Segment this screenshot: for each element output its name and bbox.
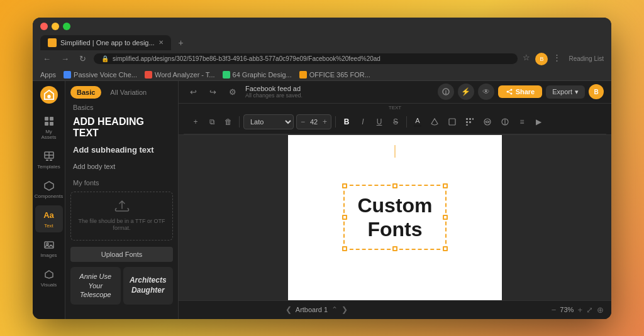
sidebar-icons: My Assets Templates Components Aa Text [33,81,65,319]
fx-button[interactable] [480,114,495,129]
refresh-button[interactable]: ↻ [77,53,89,65]
strikethrough-button[interactable]: S [389,114,402,129]
lightning-button[interactable]: ⚡ [458,84,474,100]
font-card-annie[interactable]: Annie UseYour Telescope [70,267,121,305]
artboard-up-arrow[interactable]: ⌃ [331,305,338,314]
add-body-text[interactable]: Add body text [65,158,178,174]
share-button[interactable]: Share [498,85,543,98]
settings-button[interactable]: ⚙ [225,85,240,99]
zoom-in-button[interactable]: + [577,305,582,315]
tab-close-icon[interactable]: ✕ [158,39,164,46]
fill-button[interactable] [427,114,442,129]
svg-rect-23 [466,118,468,120]
increase-size-button[interactable]: + [321,117,328,126]
text-box[interactable]: Custom Fonts [343,185,446,251]
bookmark-passive[interactable]: Passive Voice Che... [64,71,137,79]
bookmark-office[interactable]: OFFICE 365 FOR... [299,71,370,79]
handle-left[interactable] [342,215,347,220]
office-favicon [299,71,307,79]
bookmark-apps[interactable]: Apps [40,71,56,79]
more-button[interactable]: ▶ [531,114,545,129]
canvas-wrapper[interactable]: Custom Fonts [179,135,611,300]
prev-artboard-button[interactable]: ❮ [286,305,292,314]
italic-button[interactable]: I [356,114,370,129]
address-bar[interactable]: 🔒 simplified.app/designs/302/5197be86-b3… [94,53,518,64]
bookmark-graphic[interactable]: 64 Graphic Desig... [223,71,292,79]
next-artboard-button[interactable]: ❯ [341,305,348,314]
fit-screen-button[interactable]: ⤢ [586,305,593,315]
minimize-button[interactable] [52,23,59,30]
font-card-architects[interactable]: ArchitectsDaughter [123,267,174,305]
duplicate-button[interactable]: ⧉ [205,114,219,129]
add-subheading-text[interactable]: Add subheading text [65,141,178,158]
tabs-row: Simplified | One app to desig... ✕ + [40,35,604,50]
sidebar-item-templates[interactable]: Templates [35,146,63,173]
text-color-button[interactable]: A [411,114,425,129]
format-toolbar-label: TEXT [184,104,606,111]
handle-top[interactable] [392,183,397,188]
zoom-more-button[interactable]: ⊕ [597,305,604,315]
svg-rect-28 [466,124,468,126]
passive-favicon [64,71,71,79]
svg-rect-8 [46,160,48,161]
app-logo[interactable] [40,86,58,104]
add-heading-text[interactable]: ADD HEADING TEXT [65,114,178,141]
handle-right[interactable] [443,215,448,220]
redo-button[interactable]: ↪ [206,85,220,99]
svg-rect-9 [50,160,52,161]
undo-button[interactable]: ↩ [186,85,201,99]
handle-top-right[interactable] [443,183,448,188]
underline-button[interactable]: U [372,114,386,129]
handle-bottom-left[interactable] [342,246,347,251]
delete-button[interactable]: 🗑 [221,114,235,129]
my-fonts-title: My fonts [65,174,178,189]
tab-basic[interactable]: Basic [70,86,101,99]
stroke-button[interactable] [445,114,460,129]
sidebar-item-components[interactable]: Components [35,176,63,203]
cursor-indicator [395,145,396,158]
notification-button[interactable] [438,84,454,100]
tab-all-variation[interactable]: All Variation [104,86,153,99]
preview-button[interactable]: 👁 [478,84,494,100]
new-tab-button[interactable]: + [174,35,189,50]
close-button[interactable] [40,23,48,30]
bookmark-star-icon[interactable]: ☆ [523,53,530,65]
add-text-button[interactable]: + [189,114,203,129]
browser-tab-active[interactable]: Simplified | One app to desig... ✕ [40,35,171,50]
font-cards-grid: Annie UseYour Telescope ArchitectsDaught… [65,264,178,310]
sidebar-item-visuals[interactable]: Visuals [35,264,63,291]
user-avatar[interactable]: B [589,84,604,99]
pattern-button[interactable] [462,114,477,129]
handle-bottom[interactable] [392,246,397,251]
canvas-bottom-bar: ❮ Artboard 1 ⌃ ❯ − 73% + ⤢ ⊕ [179,300,611,319]
menu-icon[interactable]: ⋮ [553,53,561,65]
format-toolbar-container: TEXT + ⧉ 🗑 Lato − 42 + B I [179,104,611,135]
svg-rect-2 [50,117,53,121]
main-area: ↩ ↪ ⚙ Facebook feed ad All changes are s… [179,81,611,319]
bold-button[interactable]: B [340,114,353,129]
upload-fonts-button[interactable]: Upload Fonts [70,247,173,262]
word-label: Word Analyzer - T... [155,71,215,79]
tab-title: Simplified | One app to desig... [60,39,155,46]
zoom-out-button[interactable]: − [552,305,557,315]
sidebar-item-my-assets[interactable]: My Assets [35,111,63,144]
font-size-value: 42 [308,118,320,126]
handle-top-left[interactable] [342,183,347,188]
sidebar-item-images[interactable]: Images [35,235,63,262]
forward-button[interactable]: → [58,53,72,65]
align-button[interactable]: ≡ [515,114,529,129]
templates-label: Templates [37,164,60,170]
panel-tabs: Basic All Variation [65,81,178,99]
handle-bottom-right[interactable] [443,246,448,251]
profile-icon[interactable]: B [535,53,548,65]
opacity-button[interactable] [497,114,513,129]
bookmark-word[interactable]: Word Analyzer - T... [145,71,215,79]
export-button[interactable]: Export ▾ [546,85,585,99]
sidebar-item-text[interactable]: Aa Text [35,205,63,232]
project-name: Facebook feed ad [245,85,303,92]
back-button[interactable]: ← [40,53,53,65]
maximize-button[interactable] [63,23,70,30]
decrease-size-button[interactable]: − [299,117,306,126]
font-selector[interactable]: Lato [243,114,294,129]
project-info: Facebook feed ad All changes are saved. [245,85,303,99]
